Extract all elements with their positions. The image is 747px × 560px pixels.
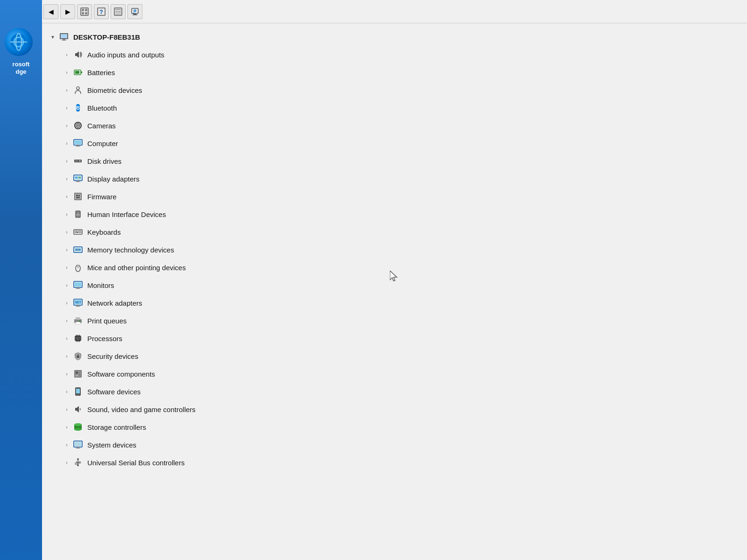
svg-rect-125 — [75, 442, 81, 446]
tree-item-security[interactable]: › Security devices — [40, 347, 747, 365]
svg-rect-47 — [76, 182, 80, 182]
print-icon — [72, 315, 84, 326]
tree-item-bluetooth[interactable]: › B Bluetooth — [40, 99, 747, 117]
svg-rect-12 — [115, 9, 121, 10]
details-button[interactable] — [111, 4, 126, 19]
svg-rect-45 — [78, 177, 81, 178]
svg-rect-50 — [76, 195, 78, 196]
back-button[interactable]: ◀ — [43, 4, 58, 19]
tree-item-audio[interactable]: › Audio inputs and outputs — [40, 46, 747, 63]
tree-item-batteries[interactable]: › Batteries — [40, 63, 747, 81]
monitors-chevron: › — [63, 281, 70, 289]
tree-item-storage[interactable]: › Storage controllers — [40, 418, 747, 436]
sound-label: Sound, video and game controllers — [87, 406, 196, 413]
tree-item-sound[interactable]: › Sound, video and game controllers — [40, 400, 747, 418]
tree-item-software-comp[interactable]: › Software components — [40, 365, 747, 383]
browser-icon[interactable] — [5, 28, 33, 56]
tree-root[interactable]: ▼ DESKTOP-F8EB31B — [40, 28, 747, 46]
svg-rect-5 — [82, 9, 84, 11]
scan-button[interactable] — [127, 4, 142, 19]
tree-item-disk[interactable]: › Disk drives — [40, 152, 747, 170]
svg-marker-24 — [75, 51, 79, 58]
svg-point-128 — [77, 458, 79, 460]
svg-rect-117 — [76, 389, 80, 393]
svg-rect-27 — [75, 71, 79, 74]
tree-item-hid[interactable]: › Human Interface Devices — [40, 205, 747, 223]
device-manager-window: ◀ ▶ ? — [40, 0, 747, 560]
software-dev-label: Software devices — [87, 388, 141, 396]
disk-label: Disk drives — [87, 157, 121, 165]
tree-item-memory[interactable]: › Memory technology devices — [40, 241, 747, 259]
system-chevron: › — [63, 441, 70, 448]
processors-icon — [72, 333, 84, 344]
svg-point-55 — [76, 212, 77, 213]
monitors-icon — [72, 280, 84, 291]
svg-rect-115 — [79, 371, 80, 376]
storage-icon — [72, 421, 84, 433]
storage-chevron: › — [63, 423, 70, 431]
tree-item-print[interactable]: › Print queues — [40, 312, 747, 329]
properties-button[interactable] — [77, 4, 92, 19]
tree-view: ▼ DESKTOP-F8EB31B › Audio — [40, 23, 747, 560]
help-button[interactable]: ? — [94, 4, 109, 19]
cameras-label: Cameras — [87, 122, 116, 130]
tree-item-biometric[interactable]: › Biometric devices — [40, 81, 747, 99]
svg-text:B: B — [76, 105, 80, 111]
sw-comp-chevron: › — [63, 370, 70, 378]
audio-chevron: › — [63, 51, 70, 58]
svg-rect-75 — [78, 249, 78, 251]
svg-rect-44 — [75, 177, 78, 178]
computer-icon — [58, 31, 70, 42]
tree-item-system[interactable]: › System devices — [40, 436, 747, 454]
sound-icon — [72, 404, 84, 415]
svg-rect-126 — [77, 447, 79, 448]
tree-item-mice[interactable]: › Mice and other pointing devices — [40, 259, 747, 276]
svg-rect-127 — [76, 448, 80, 448]
mice-label: Mice and other pointing devices — [87, 264, 186, 272]
svg-text:?: ? — [99, 9, 103, 15]
tree-item-processors[interactable]: › Proces — [40, 329, 747, 347]
tree-item-firmware[interactable]: › Firmware — [40, 188, 747, 205]
svg-point-134 — [77, 464, 79, 466]
svg-rect-88 — [76, 306, 80, 307]
sound-chevron: › — [63, 406, 70, 413]
svg-rect-91 — [76, 317, 80, 320]
tree-item-computer[interactable]: › Computer — [40, 134, 747, 152]
tree-item-monitors[interactable]: › Monitors — [40, 276, 747, 294]
svg-rect-92 — [76, 322, 80, 324]
svg-rect-66 — [79, 231, 80, 231]
mice-icon — [72, 262, 84, 273]
svg-rect-51 — [78, 195, 80, 196]
svg-rect-65 — [78, 231, 78, 231]
svg-rect-95 — [76, 336, 80, 340]
root-label: DESKTOP-F8EB31B — [73, 33, 140, 41]
svg-rect-83 — [77, 287, 79, 288]
keyboards-chevron: › — [63, 228, 70, 236]
print-label: Print queues — [87, 317, 127, 325]
svg-rect-21 — [61, 34, 67, 38]
svg-rect-16 — [134, 14, 136, 14]
keyboards-icon — [72, 226, 84, 238]
memory-chevron: › — [63, 246, 70, 253]
tree-item-network[interactable]: › NET Network adapters — [40, 294, 747, 312]
svg-point-57 — [79, 212, 80, 213]
tree-item-keyboards[interactable]: › Keyboards — [40, 223, 747, 241]
svg-rect-41 — [75, 161, 78, 161]
display-chevron: › — [63, 175, 70, 182]
svg-rect-64 — [76, 231, 77, 231]
disk-chevron: › — [63, 157, 70, 165]
forward-button[interactable]: ▶ — [60, 4, 75, 19]
tree-item-software-dev[interactable]: › Software devices — [40, 383, 747, 400]
svg-point-118 — [78, 394, 78, 395]
svg-rect-82 — [75, 282, 81, 287]
tree-item-usb[interactable]: › Universal Serial Bus controllers — [40, 454, 747, 471]
tree-item-cameras[interactable]: › Cameras — [40, 117, 747, 134]
tree-item-display[interactable]: › Display adapters — [40, 170, 747, 188]
svg-rect-13 — [115, 11, 121, 13]
usb-label: Universal Serial Bus controllers — [87, 459, 184, 467]
biometric-icon — [72, 84, 84, 96]
svg-rect-63 — [75, 231, 76, 231]
bluetooth-chevron: › — [63, 104, 70, 112]
firmware-label: Firmware — [87, 193, 117, 201]
bluetooth-icon: B — [72, 102, 84, 113]
